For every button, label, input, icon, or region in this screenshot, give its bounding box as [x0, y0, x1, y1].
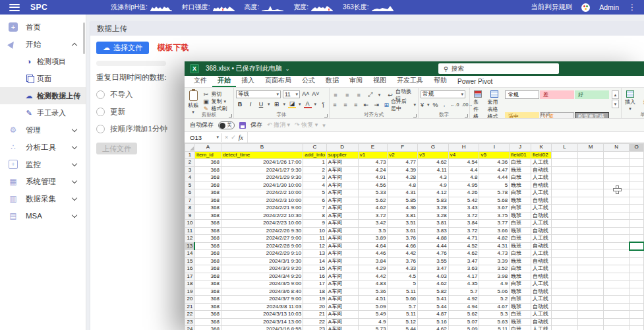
- cell[interactable]: [629, 159, 644, 167]
- cell[interactable]: 368: [194, 311, 221, 319]
- cell[interactable]: 4.03: [418, 273, 449, 280]
- cell[interactable]: [604, 235, 629, 243]
- cell[interactable]: 368: [194, 212, 221, 220]
- row-header-5[interactable]: 5: [185, 182, 195, 189]
- row-header-16[interactable]: 16: [185, 265, 195, 273]
- cell[interactable]: [629, 182, 644, 189]
- column-header-N[interactable]: N: [604, 144, 629, 152]
- cell[interactable]: 4: [303, 182, 327, 189]
- row-header-6[interactable]: 6: [185, 189, 195, 197]
- cell[interactable]: 3.81: [418, 220, 449, 228]
- cell[interactable]: 5.7: [388, 303, 418, 311]
- row-header-22[interactable]: 22: [185, 311, 195, 319]
- cell[interactable]: 2024/1/30 10:00: [221, 182, 303, 189]
- sidebar-item-msa[interactable]: ▤MSA: [0, 207, 86, 224]
- cell[interactable]: 23: [303, 326, 327, 330]
- cell[interactable]: [552, 288, 578, 296]
- cell[interactable]: 4.42: [388, 250, 418, 258]
- ribbon-tab-0[interactable]: 文件: [189, 75, 212, 87]
- cell[interactable]: A车间: [326, 280, 358, 288]
- cell[interactable]: [577, 205, 604, 213]
- cell[interactable]: [552, 189, 578, 197]
- cell[interactable]: 10: [303, 227, 327, 235]
- cell[interactable]: [629, 242, 644, 250]
- cell[interactable]: [604, 205, 629, 213]
- orientation-icon[interactable]: ⤢: [366, 91, 374, 98]
- cell[interactable]: A车间: [326, 220, 358, 228]
- cell[interactable]: 2024/2/21 9:00: [221, 205, 303, 213]
- grow-font-button[interactable]: A˄: [302, 90, 310, 98]
- sidebar-item-manual-entry[interactable]: ✎手工录入: [0, 104, 86, 121]
- cell[interactable]: [629, 250, 644, 258]
- cell[interactable]: 4.94: [448, 303, 479, 311]
- cell[interactable]: [552, 197, 578, 205]
- cell[interactable]: 3.72: [448, 227, 479, 235]
- row-header-14[interactable]: 14: [185, 250, 195, 258]
- cell[interactable]: 3.77: [479, 220, 510, 228]
- choose-file-button[interactable]: ☁ 选择文件: [96, 42, 149, 54]
- cell[interactable]: [552, 273, 578, 280]
- cell[interactable]: 4.28: [388, 174, 418, 182]
- cell[interactable]: v4: [448, 151, 479, 159]
- font-name-select[interactable]: 等线▾: [236, 90, 281, 98]
- cell[interactable]: [577, 280, 604, 288]
- cell[interactable]: 368: [194, 280, 221, 288]
- column-header-B[interactable]: B: [221, 144, 303, 152]
- cell[interactable]: 5.62: [448, 311, 479, 319]
- cell[interactable]: 4.44: [479, 174, 510, 182]
- cell[interactable]: [577, 265, 604, 273]
- cell[interactable]: 5.49: [358, 311, 388, 319]
- cell[interactable]: [604, 227, 629, 235]
- cell[interactable]: [604, 311, 629, 319]
- cell-style-normal[interactable]: 常规: [505, 90, 539, 99]
- select-all-corner[interactable]: [185, 144, 195, 152]
- cell[interactable]: 白班: [510, 311, 531, 319]
- cell[interactable]: 2024/3/16 8:55: [221, 326, 303, 330]
- cell[interactable]: 晚班: [510, 303, 531, 311]
- cell[interactable]: 22: [303, 318, 327, 326]
- cell[interactable]: 人工线: [531, 311, 552, 319]
- column-header-A[interactable]: A: [194, 144, 221, 152]
- cell[interactable]: [577, 151, 604, 159]
- cell[interactable]: 4.44: [418, 242, 449, 250]
- cell[interactable]: [604, 250, 629, 258]
- cell[interactable]: 368: [194, 257, 221, 265]
- cell[interactable]: 人工线: [531, 174, 552, 182]
- column-header-O[interactable]: O: [629, 144, 644, 152]
- cell[interactable]: field01: [510, 151, 531, 159]
- cell[interactable]: [629, 326, 644, 330]
- styles-up-button[interactable]: ▲: [612, 90, 619, 99]
- ribbon-tab-10[interactable]: Power Pivot: [452, 77, 498, 87]
- hamburger-menu-icon[interactable]: [9, 4, 20, 11]
- cell[interactable]: [552, 227, 578, 235]
- cell[interactable]: 晚班: [510, 273, 531, 280]
- cell[interactable]: [604, 159, 629, 167]
- sidebar-item-manage[interactable]: ⚙管理: [0, 121, 86, 139]
- shrink-font-button[interactable]: A˅: [312, 90, 320, 98]
- cell[interactable]: 白班: [510, 250, 531, 258]
- radio-icon[interactable]: [96, 125, 105, 133]
- cell[interactable]: 2024/2/23 10:00: [221, 220, 303, 228]
- cell[interactable]: [629, 235, 644, 243]
- cell[interactable]: 白班: [510, 235, 531, 243]
- save-icon[interactable]: [239, 122, 246, 129]
- cell[interactable]: [552, 151, 578, 159]
- cell[interactable]: [604, 326, 629, 330]
- cell[interactable]: 4.64: [358, 242, 388, 250]
- row-header-24[interactable]: 24: [185, 326, 195, 330]
- chevron-down-icon[interactable]: [72, 143, 77, 148]
- cell[interactable]: 3.63: [448, 265, 479, 273]
- cell[interactable]: [577, 174, 604, 182]
- cell[interactable]: v5: [479, 151, 510, 159]
- cell[interactable]: 5.11: [479, 326, 510, 330]
- cell[interactable]: [629, 197, 644, 205]
- cell[interactable]: [604, 273, 629, 280]
- cell[interactable]: 4.62: [418, 159, 449, 167]
- cell[interactable]: 3.28: [418, 212, 449, 220]
- sidebar-item-analysis-tools[interactable]: ∴分析工具: [0, 139, 86, 156]
- cell[interactable]: 自动线: [531, 273, 552, 280]
- cell[interactable]: 4.92: [448, 296, 479, 304]
- cell[interactable]: 自动线: [531, 318, 552, 326]
- row-header-1[interactable]: 1: [185, 151, 195, 159]
- cell[interactable]: 17: [303, 280, 327, 288]
